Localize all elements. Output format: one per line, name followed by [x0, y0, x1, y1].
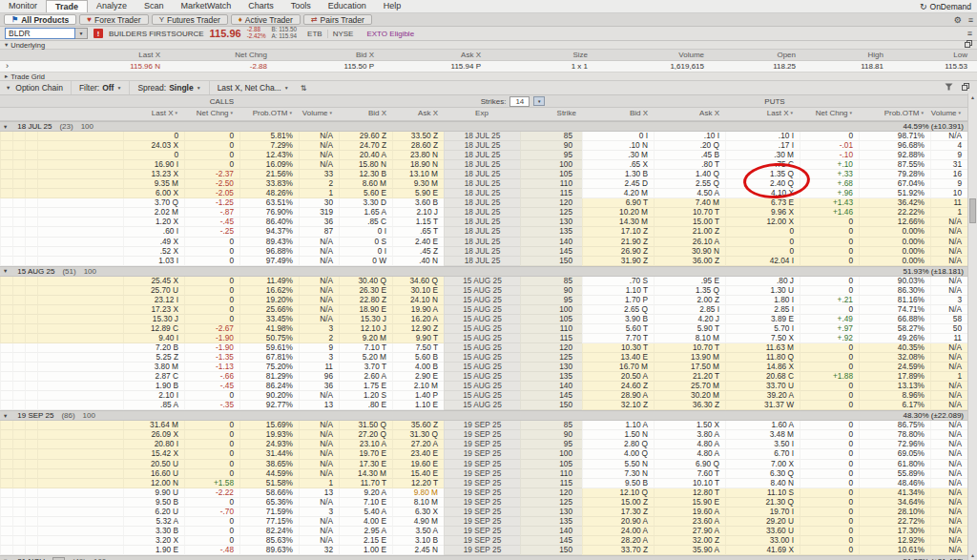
strike-cell[interactable]: 125	[520, 498, 582, 508]
call-volume-cell[interactable]: 87	[299, 227, 339, 237]
call-volume-cell[interactable]: 2	[299, 334, 339, 343]
put-bid-cell[interactable]: 16.70 M	[582, 363, 654, 372]
put-prob-otm-cell[interactable]: 8.96%	[859, 391, 930, 401]
put-last-cell[interactable]: 11.63 M	[725, 343, 800, 353]
put-last-cell[interactable]: .17 I	[725, 141, 800, 151]
menu-item-marketwatch[interactable]: MarketWatch	[173, 0, 240, 12]
call-prob-otm-cell[interactable]: 7.29%	[239, 141, 299, 151]
call-prob-otm-cell[interactable]: 59.61%	[239, 343, 299, 353]
strike-cell[interactable]: 150	[520, 257, 582, 266]
call-net-chng-cell[interactable]: -.66	[184, 372, 239, 382]
call-volume-cell[interactable]: N/A	[299, 238, 339, 247]
put-ask-cell[interactable]: 35.90 A	[654, 546, 725, 555]
call-volume-cell[interactable]: 32	[299, 546, 339, 555]
call-prob-otm-cell[interactable]: 67.81%	[239, 353, 299, 363]
call-net-chng-cell[interactable]: -2.50	[184, 179, 239, 189]
exp-cell[interactable]: 18 JUL 25	[444, 257, 520, 266]
put-prob-otm-cell[interactable]: 22.72%	[859, 517, 930, 527]
detach-window-icon[interactable]	[965, 40, 972, 50]
put-ask-cell[interactable]: 2.55 Q	[654, 179, 725, 189]
strike-cell[interactable]: 135	[520, 517, 582, 527]
put-prob-otm-cell[interactable]: 22.22%	[859, 208, 930, 218]
put-ask-cell[interactable]: 12.80 T	[654, 488, 725, 498]
call-volume-cell[interactable]: N/A	[299, 151, 339, 160]
call-prob-otm-cell[interactable]: 16.62%	[239, 286, 299, 296]
call-bid-cell[interactable]: .80 E	[339, 401, 392, 410]
exp-cell[interactable]: 18 JUL 25	[444, 151, 520, 160]
scroll-down-icon[interactable]: ▲	[968, 551, 977, 560]
strikes-count-box[interactable]: 14	[509, 96, 530, 107]
call-ask-cell[interactable]: .65 T	[392, 227, 444, 237]
detach-list-icon[interactable]: ≡	[967, 29, 972, 38]
put-bid-cell[interactable]: 3.90 B	[582, 315, 654, 324]
symbol-dropdown-button[interactable]: ▼	[75, 28, 88, 39]
put-net-chng-cell[interactable]: 0	[800, 460, 859, 469]
call-bid-cell[interactable]: 2.15 E	[339, 536, 392, 546]
call-bid-cell[interactable]: 23.10 A	[339, 440, 392, 449]
call-last-cell[interactable]: 12.00 N	[123, 479, 184, 488]
underlying-section-bar[interactable]: ▾ Underlying	[0, 41, 977, 50]
expiration-group-header[interactable]: ▾18 JUL 25(23)10044.59% (±10.391)	[0, 121, 977, 132]
put-prob-otm-cell[interactable]: 66.88%	[859, 315, 930, 324]
put-volume-cell[interactable]: N/A	[930, 227, 967, 237]
call-last-cell[interactable]: 2.10 I	[123, 391, 184, 401]
put-bid-cell[interactable]: 1.10 T	[582, 286, 654, 296]
call-net-chng-cell[interactable]: +1.58	[184, 479, 239, 488]
strike-cell[interactable]: 85	[520, 277, 582, 286]
put-net-chng-cell[interactable]: 0	[800, 488, 859, 498]
call-bid-cell[interactable]: 1.20 S	[339, 391, 392, 401]
put-last-cell[interactable]: 11.10 S	[725, 488, 800, 498]
call-prob-otm-cell[interactable]: 97.49%	[239, 257, 299, 266]
put-prob-otm-cell[interactable]: 34.64%	[859, 498, 930, 508]
call-last-cell[interactable]: .60 I	[123, 227, 184, 237]
call-net-chng-cell[interactable]: 0	[184, 160, 239, 170]
put-net-chng-cell[interactable]: 0	[800, 353, 859, 363]
put-bid-cell[interactable]: 5.60 T	[582, 324, 654, 334]
put-ask-cell[interactable]: 30.90 N	[654, 247, 725, 257]
call-last-cell[interactable]: 31.64 M	[123, 421, 184, 430]
menu-item-charts[interactable]: Charts	[239, 0, 282, 12]
call-volume-cell[interactable]: 3	[299, 324, 339, 334]
call-last-cell[interactable]: 6.20 U	[123, 508, 184, 517]
call-net-chng-cell[interactable]: 0	[184, 517, 239, 527]
put-bid-cell[interactable]: 21.90 Z	[582, 238, 654, 247]
menu-item-trade[interactable]: Trade	[46, 0, 88, 12]
put-bid-cell[interactable]: 28.90 A	[582, 391, 654, 401]
exp-cell[interactable]: 18 JUL 25	[444, 132, 520, 141]
toolbar-button-forex-trader[interactable]: ♥Forex Trader	[79, 14, 148, 25]
put-bid-cell[interactable]: 15.00 Z	[582, 498, 654, 508]
exp-cell[interactable]: 18 JUL 25	[444, 179, 520, 189]
option-chain-section-toggle[interactable]: ▾ Option Chain	[5, 81, 71, 94]
call-bid-cell[interactable]: 0 I	[339, 227, 392, 237]
call-ask-cell[interactable]: 3.10 B	[392, 536, 444, 546]
call-prob-otm-cell[interactable]: 19.93%	[239, 430, 299, 440]
strike-cell[interactable]: 120	[520, 343, 582, 353]
put-ask-cell[interactable]: .95 E	[654, 277, 725, 286]
call-volume-cell[interactable]: 36	[299, 382, 339, 391]
put-last-cell[interactable]: 12.00 X	[725, 218, 800, 227]
exp-cell[interactable]: 19 SEP 25	[444, 440, 520, 449]
call-volume-cell[interactable]: 36	[299, 218, 339, 227]
put-bid-cell[interactable]: 10.20 M	[582, 208, 654, 218]
call-net-chng-cell[interactable]: -2.22	[184, 488, 239, 498]
col-header-put-last-x[interactable]: Last X▼	[725, 108, 800, 120]
put-prob-otm-cell[interactable]: 10.61%	[859, 546, 930, 555]
exp-cell[interactable]: 18 JUL 25	[444, 160, 520, 170]
put-last-cell[interactable]: 29.20 U	[725, 517, 800, 527]
put-volume-cell[interactable]: N/A	[930, 517, 967, 527]
call-prob-otm-cell[interactable]: 15.69%	[239, 421, 299, 430]
exp-cell[interactable]: 15 AUG 25	[444, 324, 520, 334]
call-net-chng-cell[interactable]: 0	[184, 257, 239, 266]
strike-cell[interactable]: 95	[520, 440, 582, 449]
put-net-chng-cell[interactable]: 0	[800, 382, 859, 391]
exp-cell[interactable]: 18 JUL 25	[444, 227, 520, 237]
call-prob-otm-cell[interactable]: 21.56%	[239, 170, 299, 179]
call-ask-cell[interactable]: 5.60 B	[392, 353, 444, 363]
call-volume-cell[interactable]: 1	[299, 189, 339, 198]
put-net-chng-cell[interactable]: 0	[800, 227, 859, 237]
exp-cell[interactable]: 18 JUL 25	[444, 198, 520, 208]
put-ask-cell[interactable]: 7.60 T	[654, 469, 725, 479]
put-bid-cell[interactable]: 17.30 Z	[582, 508, 654, 517]
call-prob-otm-cell[interactable]: 50.75%	[239, 334, 299, 343]
put-prob-otm-cell[interactable]: 36.42%	[859, 198, 930, 208]
